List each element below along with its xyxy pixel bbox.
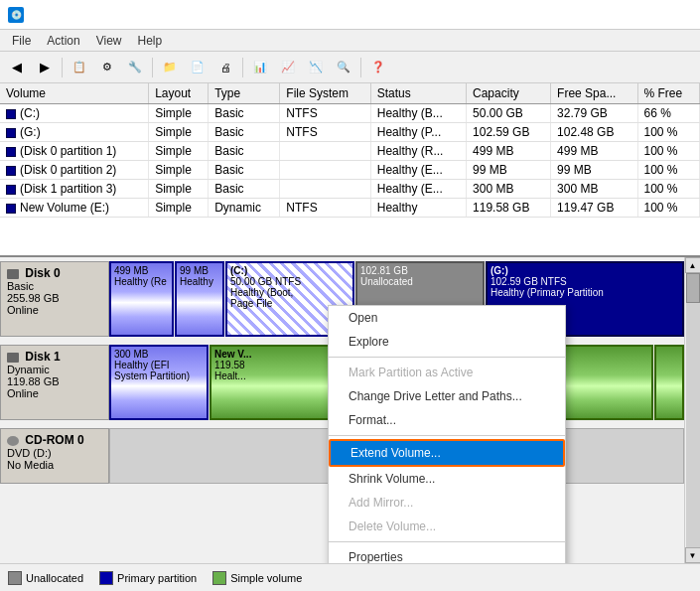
toolbar-btn-5[interactable]: 🔧 (122, 56, 148, 79)
maximize-button[interactable] (632, 5, 662, 25)
ctx-change-letter[interactable]: Change Drive Letter and Paths... (329, 384, 565, 408)
menu-file[interactable]: File (4, 32, 39, 50)
toolbar-btn-10[interactable]: 📈 (275, 56, 301, 79)
disk0-part3-name: (C:) (230, 265, 350, 276)
toolbar-btn-3[interactable]: 📋 (67, 56, 92, 79)
disk1-type: Dynamic (7, 364, 102, 375)
table-row[interactable]: (C:)SimpleBasicNTFSHealthy (B...50.00 GB… (0, 104, 700, 123)
toolbar-btn-8[interactable]: 🖨 (212, 56, 238, 79)
scroll-down-btn[interactable]: ▼ (685, 547, 701, 563)
ctx-sep-3 (329, 541, 565, 542)
disk1-part3-extra[interactable] (654, 345, 684, 420)
menu-bar: File Action View Help (0, 30, 700, 52)
disk0-part5-status: Healthy (Primary Partition (490, 287, 679, 298)
vol-icon (6, 204, 16, 214)
disk0-part2[interactable]: 99 MB Healthy (175, 261, 224, 337)
disk1-size: 119.88 GB (7, 375, 102, 387)
toolbar-btn-6[interactable]: 📁 (157, 56, 183, 79)
legend-simple-label: Simple volume (230, 572, 302, 584)
legend-unalloc-box (8, 571, 22, 585)
disk1-icon (7, 353, 19, 363)
window-controls (603, 5, 692, 25)
table-row[interactable]: (G:)SimpleBasicNTFSHealthy (P...102.59 G… (0, 123, 700, 142)
cdrom0-label: CD-ROM 0 DVD (D:) No Media (0, 428, 109, 484)
toolbar-btn-7[interactable]: 📄 (185, 56, 210, 79)
main-content: Volume Layout Type File System Status Ca… (0, 83, 700, 591)
disk0-part3-status: Healthy (Boot, (230, 287, 350, 298)
disk0-part1-size: 499 MB (114, 265, 169, 276)
legend-simple-box (212, 571, 226, 585)
col-volume: Volume (0, 83, 149, 104)
menu-action[interactable]: Action (39, 32, 87, 50)
scroll-thumb[interactable] (686, 273, 700, 303)
cdrom0-type: DVD (D:) (7, 447, 102, 459)
disk0-part2-status: Healthy (180, 276, 219, 287)
disk0-part1[interactable]: 499 MB Healthy (Re (109, 261, 174, 337)
ctx-shrink-volume[interactable]: Shrink Volume... (329, 467, 565, 491)
cdrom0-title: CD-ROM 0 (7, 433, 102, 447)
vol-icon (6, 166, 16, 176)
vol-icon (6, 185, 16, 195)
close-button[interactable] (662, 5, 692, 25)
vol-icon (6, 147, 16, 157)
cdrom0-icon (7, 436, 19, 446)
scroll-up-btn[interactable]: ▲ (685, 257, 701, 273)
disk1-part1-efi[interactable]: 300 MB Healthy (EFI System Partition) (109, 345, 209, 420)
toolbar-btn-11[interactable]: 📉 (303, 56, 329, 79)
legend-unalloc-label: Unallocated (26, 572, 83, 584)
app-icon: 💿 (8, 7, 24, 23)
disk0-type: Basic (7, 280, 102, 292)
legend-primary: Primary partition (99, 571, 197, 585)
col-freepct: % Free (637, 83, 700, 104)
ctx-extend-volume[interactable]: Extend Volume... (329, 439, 565, 467)
table-row[interactable]: (Disk 0 partition 2)SimpleBasicHealthy (… (0, 161, 700, 180)
table-row[interactable]: New Volume (E:)SimpleDynamicNTFSHealthy1… (0, 199, 700, 218)
ctx-properties[interactable]: Properties (329, 545, 565, 563)
disk0-part5-size: 102.59 GB NTFS (490, 276, 679, 287)
toolbar-btn-12[interactable]: 🔍 (331, 56, 356, 79)
disk0-size: 255.98 GB (7, 292, 102, 304)
legend-unallocated: Unallocated (8, 571, 83, 585)
scroll-track[interactable] (686, 273, 700, 547)
toolbar-btn-help[interactable]: ❓ (365, 56, 391, 79)
table-row[interactable]: (Disk 1 partition 3)SimpleBasicHealthy (… (0, 180, 700, 199)
col-type: Type (209, 83, 280, 104)
toolbar-btn-4[interactable]: ⚙ (94, 56, 120, 79)
ctx-open[interactable]: Open (329, 306, 565, 330)
ctx-sep-2 (329, 435, 565, 436)
disk1-label: Disk 1 Dynamic 119.88 GB Online (0, 345, 109, 420)
ctx-explore[interactable]: Explore (329, 330, 565, 354)
disk-scrollbar[interactable]: ▲ ▼ (684, 257, 700, 563)
col-capacity: Capacity (467, 83, 551, 104)
disk0-status: Online (7, 304, 102, 316)
disk0-part5-name: (G:) (490, 265, 679, 276)
minimize-button[interactable] (603, 5, 632, 25)
toolbar-separator-2 (152, 58, 153, 77)
disk0-icon (7, 269, 19, 279)
vol-icon (6, 109, 16, 119)
legend: Unallocated Primary partition Simple vol… (0, 563, 700, 591)
title-bar: 💿 (0, 0, 700, 30)
disk1-title: Disk 1 (7, 350, 102, 364)
volume-table: Volume Layout Type File System Status Ca… (0, 83, 700, 218)
col-freespace: Free Spa... (551, 83, 637, 104)
ctx-format[interactable]: Format... (329, 408, 565, 432)
col-layout: Layout (149, 83, 209, 104)
legend-primary-label: Primary partition (117, 572, 197, 584)
context-menu: Open Explore Mark Partition as Active Ch… (328, 305, 566, 563)
menu-view[interactable]: View (88, 32, 130, 50)
toolbar-btn-9[interactable]: 📊 (247, 56, 273, 79)
table-row[interactable]: (Disk 0 partition 1)SimpleBasicHealthy (… (0, 142, 700, 161)
toolbar-separator-3 (242, 58, 243, 77)
ctx-add-mirror: Add Mirror... (329, 491, 565, 515)
menu-help[interactable]: Help (130, 32, 171, 50)
vol-icon (6, 128, 16, 138)
toolbar-forward[interactable]: ▶ (32, 56, 58, 79)
volume-table-area: Volume Layout Type File System Status Ca… (0, 83, 700, 257)
disk1-part1-size: 300 MB (114, 349, 204, 360)
disk-section: Disk 0 Basic 255.98 GB Online 499 MB Hea… (0, 257, 700, 563)
toolbar-separator-4 (360, 58, 361, 77)
toolbar-back[interactable]: ◀ (4, 56, 30, 79)
disk0-unalloc-size: 102.81 GB (360, 265, 480, 276)
col-filesystem: File System (280, 83, 370, 104)
